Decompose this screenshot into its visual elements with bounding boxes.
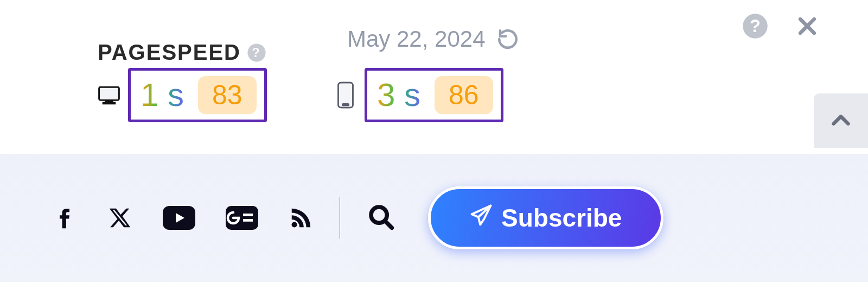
divider <box>340 197 340 239</box>
svg-text:?: ? <box>750 16 761 36</box>
refresh-icon[interactable] <box>496 28 519 51</box>
svg-rect-16 <box>243 214 253 216</box>
pagespeed-heading-text: PAGESPEED <box>98 40 241 65</box>
mobile-metric-box[interactable]: 3 s 86 <box>365 68 503 122</box>
google-news-icon[interactable] <box>226 205 258 230</box>
pagespeed-heading: PAGESPEED ? <box>98 40 267 65</box>
help-icon[interactable]: ? <box>246 42 267 63</box>
close-icon[interactable] <box>795 14 819 40</box>
desktop-metric: 1 s 83 <box>97 68 267 122</box>
panel-controls: ? <box>741 12 819 42</box>
subscribe-button[interactable]: Subscribe <box>428 186 663 249</box>
help-icon[interactable]: ? <box>741 12 769 42</box>
svg-rect-2 <box>99 87 119 100</box>
svg-rect-17 <box>243 219 253 222</box>
page-footer: Subscribe <box>0 154 868 282</box>
last-updated-text: May 22, 2024 <box>347 26 486 52</box>
search-icon[interactable] <box>366 202 395 234</box>
desktop-metric-box[interactable]: 1 s 83 <box>128 68 267 122</box>
youtube-icon[interactable] <box>163 205 195 230</box>
x-twitter-icon[interactable] <box>107 205 132 230</box>
last-updated: May 22, 2024 <box>347 26 519 52</box>
paper-plane-icon <box>470 203 493 233</box>
facebook-icon[interactable] <box>52 205 77 230</box>
social-links <box>52 205 314 230</box>
svg-line-20 <box>385 221 392 228</box>
svg-rect-8 <box>342 104 349 105</box>
scroll-to-top-button[interactable] <box>814 93 868 148</box>
pagespeed-panel: PAGESPEED ? May 22, 2024 1 s 83 3 s 86 ? <box>0 0 868 154</box>
mobile-icon <box>333 83 358 108</box>
svg-text:?: ? <box>252 45 261 59</box>
mobile-score: 86 <box>435 76 493 114</box>
mobile-load-time: 3 s <box>377 79 420 111</box>
svg-point-18 <box>292 222 297 227</box>
rss-icon[interactable] <box>289 205 314 230</box>
mobile-metric: 3 s 86 <box>333 68 503 122</box>
svg-rect-5 <box>103 103 115 104</box>
desktop-load-time: 1 s <box>141 79 184 111</box>
svg-rect-15 <box>226 206 258 230</box>
desktop-icon <box>97 83 122 108</box>
svg-rect-4 <box>106 101 113 102</box>
desktop-score: 83 <box>198 76 257 114</box>
subscribe-label: Subscribe <box>501 203 622 233</box>
